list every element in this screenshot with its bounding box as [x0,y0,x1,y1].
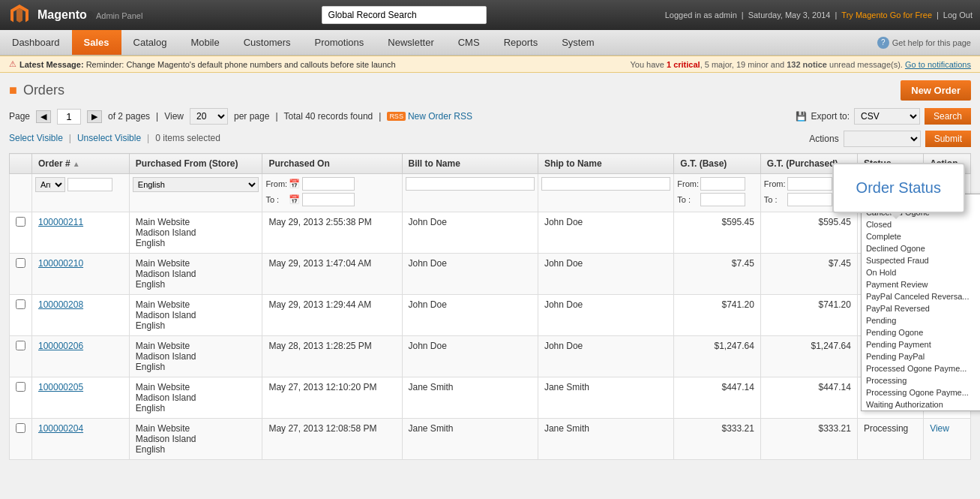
row-purchased-on: May 29, 2013 1:29:44 AM [262,295,402,336]
nav-mobile[interactable]: Mobile [178,30,231,55]
nav-cms[interactable]: CMS [446,30,492,55]
purchased-from-input[interactable] [302,177,355,191]
status-option-pending-payment[interactable]: Pending Payment [862,338,980,350]
th-order-num[interactable]: Order # ▲ [32,154,130,174]
alert-detail: Reminder: Change Magento's default phone… [86,60,396,69]
status-option-paypal-reversed[interactable]: PayPal Reversed [862,302,980,314]
row-bill-name: Jane Smith [402,377,538,419]
th-purchased-on[interactable]: Purchased On [262,154,402,174]
th-bill-name[interactable]: Bill to Name [402,154,538,174]
row-checkbox[interactable] [16,217,25,227]
filter-gt-base-cell: From: To : [674,174,761,212]
status-option-complete[interactable]: Complete [862,230,980,242]
filter-store-select[interactable]: English Main Website [133,177,259,192]
th-ship-name[interactable]: Ship to Name [538,154,673,174]
order-id-link[interactable]: 100000210 [38,258,83,269]
try-magento-link[interactable]: Try Magento Go for Free [841,11,932,20]
row-checkbox-cell [10,377,32,419]
nav-system[interactable]: System [550,30,606,55]
status-option-paypal-canceled[interactable]: PayPal Canceled Reversa... [862,290,980,302]
th-store[interactable]: Purchased From (Store) [129,154,262,174]
to-calendar-icon[interactable]: 📅 [289,194,300,205]
table-row: 100000206 Main WebsiteMadison IslandEngl… [10,336,971,377]
gt-purchased-to-input[interactable] [787,193,832,206]
gt-base-from-input[interactable] [700,177,745,191]
filter-row: Any From To English Main Website From: [10,174,971,212]
status-option-pending[interactable]: Pending [862,314,980,326]
search-area [322,6,487,24]
status-option-processing[interactable]: Processing [862,374,980,386]
nav-promotions[interactable]: Promotions [303,30,376,55]
row-order-id: 100000210 [32,254,130,295]
new-order-rss-link[interactable]: RSS New Order RSS [387,111,472,122]
status-option-declined-ogone[interactable]: Declined Ogone [862,242,980,254]
nav-newsletter[interactable]: Newsletter [376,30,445,55]
actions-select[interactable]: Cancel Hold Unhold Print Invoices [844,131,921,147]
help-icon: ? [877,37,889,49]
status-option-waiting-auth[interactable]: Waiting Authorization [862,398,980,410]
orders-table-body: 100000211 Main WebsiteMadison IslandEngl… [10,212,971,460]
log-out-link[interactable]: Log Out [943,11,973,20]
row-checkbox[interactable] [16,258,25,268]
status-option-payment-review[interactable]: Payment Review [862,278,980,290]
row-checkbox[interactable] [16,423,25,433]
gt-p-from-label: From: [764,179,785,188]
nav-reports[interactable]: Reports [492,30,550,55]
new-order-button[interactable]: New Order [901,80,971,101]
filter-any-select[interactable]: Any From To [35,177,65,192]
row-ship-name: John Doe [538,295,673,336]
submit-button[interactable]: Submit [925,131,971,147]
global-search-input[interactable] [322,6,487,24]
filter-order-num-input[interactable] [67,178,112,191]
page-number-input[interactable] [57,109,81,125]
unselect-visible-link[interactable]: Unselect Visible [77,133,141,143]
status-option-closed[interactable]: Closed [862,218,980,230]
status-option-pending-paypal[interactable]: Pending PayPal [862,350,980,362]
nav-customers[interactable]: Customers [232,30,303,55]
row-checkbox[interactable] [16,299,25,309]
rss-icon: RSS [387,112,406,121]
order-id-link[interactable]: 100000205 [38,382,83,392]
order-id-link[interactable]: 100000211 [38,217,83,227]
status-dropdown-list[interactable]: Canceled Cancelled Ogone Closed Complete… [861,194,980,411]
row-checkbox[interactable] [16,382,25,392]
go-to-notifications-link[interactable]: Go to notifications [905,60,971,69]
from-calendar-icon[interactable]: 📅 [289,179,300,189]
next-page-button[interactable]: ▶ [87,110,102,123]
row-store: Main WebsiteMadison IslandEnglish [129,212,262,254]
purchased-to-input[interactable] [302,193,355,206]
row-checkbox[interactable] [16,341,25,350]
order-id-link[interactable]: 100000206 [38,341,83,351]
order-sort-icon: ▲ [73,160,80,168]
view-label: View [164,111,184,122]
filter-bill-name-input[interactable] [406,177,535,191]
row-gt-purchased: $741.20 [760,295,857,336]
row-gt-base: $595.45 [674,212,761,254]
gt-base-to-input[interactable] [700,193,745,206]
view-order-link[interactable]: View [930,423,949,434]
order-id-link[interactable]: 100000204 [38,423,83,434]
filter-store-cell: English Main Website [129,174,262,212]
nav-dashboard[interactable]: Dashboard [0,30,72,55]
status-option-suspected-fraud[interactable]: Suspected Fraud [862,254,980,266]
logged-in-text: Logged in as admin [665,11,737,20]
view-per-page-select[interactable]: 20 50 100 200 [190,108,228,125]
prev-page-button[interactable]: ◀ [36,110,51,123]
row-checkbox-cell [10,254,32,295]
nav-catalog[interactable]: Catalog [121,30,179,55]
select-visible-link[interactable]: Select Visible [9,133,63,143]
status-option-processing-ogone[interactable]: Processing Ogone Payme... [862,386,980,398]
gt-purchased-from-input[interactable] [787,177,832,191]
th-gt-base[interactable]: G.T. (Base) [674,154,761,174]
logo-text: Magento [37,8,87,21]
status-option-on-hold[interactable]: On Hold [862,266,980,278]
filter-ship-name-input[interactable] [541,177,670,191]
header: Magento® Admin Panel Logged in as admin … [0,0,980,30]
nav-sales[interactable]: Sales [72,30,121,55]
table-row: 100000205 Main WebsiteMadison IslandEngl… [10,377,971,419]
export-format-select[interactable]: CSV Excel XML [854,108,920,125]
order-id-link[interactable]: 100000208 [38,299,83,310]
status-option-pending-ogone[interactable]: Pending Ogone [862,326,980,338]
status-option-processed-ogone[interactable]: Processed Ogone Payme... [862,362,980,374]
search-button[interactable]: Search [925,108,971,125]
